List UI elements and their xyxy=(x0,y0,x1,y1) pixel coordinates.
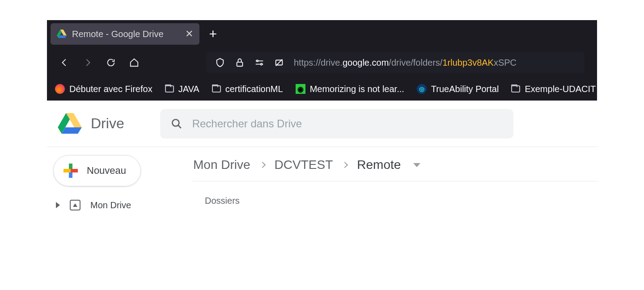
bookmark-java[interactable]: JAVA xyxy=(165,84,199,94)
sidebar-item-my-drive[interactable]: Mon Drive xyxy=(53,196,182,214)
expand-icon[interactable] xyxy=(56,202,60,208)
bookmark-firefox[interactable]: Débuter avec Firefox xyxy=(55,84,153,94)
breadcrumb-item[interactable]: DCVTEST xyxy=(275,158,333,172)
folder-icon xyxy=(511,85,520,92)
clock-icon: ◉ xyxy=(296,84,305,94)
svg-point-1 xyxy=(257,60,258,62)
drive-title: Drive xyxy=(91,115,124,132)
folder-icon xyxy=(212,85,221,92)
main-content: Mon Drive DCVTEST Remote Dossiers xyxy=(188,147,597,222)
my-drive-icon xyxy=(70,200,80,210)
chevron-down-icon[interactable] xyxy=(413,163,420,167)
breadcrumb-item[interactable]: Mon Drive xyxy=(193,158,250,172)
permissions-icon[interactable] xyxy=(254,58,264,67)
bookmark-memorizing[interactable]: ◉ Memorizing is not lear... xyxy=(296,84,404,94)
forward-button[interactable] xyxy=(83,58,93,67)
chevron-right-icon xyxy=(259,162,266,168)
google-drive-logo[interactable] xyxy=(58,113,82,134)
drive-header: Drive xyxy=(47,101,597,147)
browser-tab[interactable]: Remote - Google Drive ✕ xyxy=(51,23,199,45)
url-bar[interactable]: https://drive.google.com/drive/folders/1… xyxy=(206,52,585,73)
bookmark-trueability[interactable]: ◎ TrueAbility Portal xyxy=(417,84,499,94)
bookmarks-bar: Débuter avec Firefox JAVA certificationM… xyxy=(47,77,597,101)
breadcrumb-current[interactable]: Remote xyxy=(357,158,401,172)
reload-button[interactable] xyxy=(106,58,116,67)
home-button[interactable] xyxy=(129,58,139,67)
breadcrumb: Mon Drive DCVTEST Remote xyxy=(192,155,597,181)
back-button[interactable] xyxy=(59,58,69,67)
chevron-right-icon xyxy=(342,162,348,168)
search-box[interactable] xyxy=(160,109,513,139)
tab-title: Remote - Google Drive xyxy=(72,29,164,39)
svg-rect-0 xyxy=(237,62,243,66)
folder-icon xyxy=(165,85,174,92)
sidebar: Nouveau Mon Drive xyxy=(47,147,188,222)
google-drive-icon xyxy=(57,29,67,38)
url-text: https://drive.google.com/drive/folders/1… xyxy=(294,58,517,68)
blocked-icon[interactable] xyxy=(274,58,284,67)
section-label-folders: Dossiers xyxy=(192,181,597,206)
close-tab-icon[interactable]: ✕ xyxy=(185,28,193,40)
shield-icon[interactable] xyxy=(215,58,225,67)
search-icon xyxy=(171,118,182,130)
svg-point-4 xyxy=(172,119,179,126)
badge-icon: ◎ xyxy=(417,84,427,94)
bookmark-exemple-udacity[interactable]: Exemple-UDACIT xyxy=(511,84,596,94)
plus-icon xyxy=(64,164,78,178)
new-tab-button[interactable]: + xyxy=(208,27,219,41)
lock-icon[interactable] xyxy=(235,58,245,67)
svg-point-2 xyxy=(261,63,263,65)
search-input[interactable] xyxy=(192,118,503,130)
bookmark-certificationml[interactable]: certificationML xyxy=(212,84,283,94)
new-button[interactable]: Nouveau xyxy=(53,155,141,186)
firefox-icon xyxy=(55,84,65,94)
